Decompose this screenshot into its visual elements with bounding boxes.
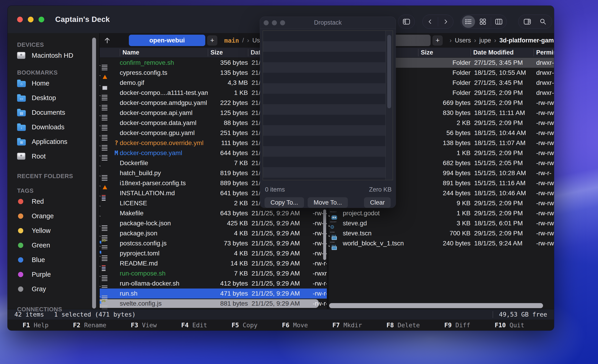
file-name: project.godot [343, 210, 418, 217]
file-row[interactable]: run.sh471 bytes21/1/25, 9:29 AM-rw-r- [100, 289, 327, 298]
function-key-f9[interactable]: F9 Diff [444, 322, 470, 329]
file-size: 881 bytes [208, 300, 248, 307]
function-key-f5[interactable]: F5 Copy [232, 322, 257, 329]
function-key-f2[interactable]: F2 Rename [73, 322, 106, 329]
file-row[interactable]: Makefile643 bytes21/1/25, 9:29 AM-rw-r- [100, 208, 327, 218]
sidebar-scrollbar[interactable] [92, 38, 96, 309]
function-key-number: F1 [23, 322, 30, 329]
right-breadcrumb[interactable]: ›Users›jupe›3d-platformer-game [449, 37, 554, 44]
breadcrumb-segment[interactable]: jupe [479, 37, 491, 44]
preview-panel-icon [523, 18, 531, 25]
drive-icon [17, 153, 25, 160]
sidebar-item-blue[interactable]: Blue [17, 252, 99, 267]
grid-view-button[interactable] [476, 16, 490, 28]
toolbar-group-utility [518, 15, 552, 29]
column-header-date-modified[interactable]: Date Modified [471, 49, 533, 56]
sidebar-item-label: Green [32, 241, 50, 249]
forward-button[interactable] [439, 16, 452, 28]
file-row[interactable]: JSpostcss.config.js73 bytes21/1/25, 9:29… [100, 238, 327, 248]
back-button[interactable] [424, 16, 437, 28]
sidebar-item-orange[interactable]: Orange [17, 209, 99, 223]
file-size: 3 KB [418, 220, 471, 227]
column-header-name[interactable]: Name [120, 49, 208, 56]
go-up-button[interactable] [102, 35, 112, 46]
file-row[interactable]: steve.tscn700 KB29/1/25, 2:09 PM-rw-rw [329, 228, 554, 238]
minimize-button[interactable] [28, 17, 33, 22]
file-row[interactable]: ⚙steve.gd3 KB18/1/25, 6:01 PM-rw-rw [329, 218, 554, 228]
file-row[interactable]: package-lock.json425 KB21/1/25, 9:29 AM-… [100, 218, 327, 228]
sidebar-item-red[interactable]: Red [17, 194, 99, 209]
file-size: 4,3 MB [208, 79, 248, 86]
function-key-f3[interactable]: F3 View [131, 322, 157, 329]
dropstack-total-size: Zero KB [369, 186, 392, 193]
file-permissions: drwxr- [533, 59, 554, 66]
left-new-tab-button[interactable]: + [207, 35, 217, 46]
function-key-f6[interactable]: F6 Move [282, 322, 308, 329]
file-date: 21/1/25, 9:29 AM [248, 210, 310, 217]
column-header-size[interactable]: Size [418, 49, 471, 56]
chevron-left-icon [427, 18, 433, 25]
sidebar-item-applications[interactable]: ⊞Applications [17, 134, 99, 149]
left-vertical-scrollbar[interactable] [323, 209, 326, 260]
breadcrumb-segment[interactable]: main [224, 37, 239, 44]
function-key-f4[interactable]: F4 Edit [181, 322, 207, 329]
function-key-f7[interactable]: F7 Mkdir [332, 322, 362, 329]
file-row[interactable]: project.godot1 KB29/1/25, 2:09 PM-rw-rw [329, 208, 554, 218]
columns-view-button[interactable] [492, 16, 505, 28]
sidebar-item-desktop[interactable]: ▭Desktop [17, 91, 99, 105]
function-key-label: Diff [452, 322, 470, 329]
search-button[interactable] [536, 16, 550, 28]
sidebar-item-macintosh-hd[interactable]: Macintosh HD [17, 48, 99, 63]
function-key-f1[interactable]: F1 Help [23, 322, 49, 329]
breadcrumb-segment[interactable]: Users [455, 37, 471, 44]
dropstack-list[interactable] [263, 31, 393, 180]
function-key-f8[interactable]: F8 Delete [386, 322, 420, 329]
sidebar-item-gray[interactable]: Gray [17, 282, 99, 296]
file-row[interactable]: world_block_v_1.tscn240 bytes18/1/25, 9:… [329, 238, 554, 248]
tag-dot-icon [18, 214, 23, 219]
file-name: INSTALLATION.md [120, 190, 208, 197]
dropstack-copy-to-button[interactable]: Copy To... [265, 197, 304, 208]
sidebar-item-purple[interactable]: Purple [17, 267, 99, 282]
column-header-permissions[interactable]: Permissions [533, 49, 554, 56]
dropstack-move-to-button[interactable]: Move To... [308, 197, 348, 208]
dropstack-clear-button[interactable]: Clear [364, 197, 391, 208]
sidebar-item-yellow[interactable]: Yellow [17, 223, 99, 238]
breadcrumb-segment[interactable]: 3d-platformer-game [499, 37, 554, 44]
file-row[interactable]: pyproject.toml4 KB21/1/25, 9:29 AM-rw-r- [100, 248, 327, 258]
breadcrumb-separator: › [474, 37, 476, 44]
function-key-f10[interactable]: F10 Quit [495, 322, 524, 329]
file-row[interactable]: JSsvelte.config.js881 bytes21/1/25, 9:29… [100, 298, 327, 309]
zoom-button[interactable] [39, 17, 44, 22]
file-size: 7 KB [208, 159, 248, 167]
sidebar-item-root[interactable]: Root [17, 149, 99, 164]
sidebar-toggle-button[interactable] [400, 16, 413, 28]
sidebar-item-documents[interactable]: ▤Documents [17, 105, 99, 120]
dropstack-items-count: 0 items [265, 186, 285, 193]
dropstack-scrollbar-thumb[interactable] [387, 35, 391, 108]
list-view-icon [465, 18, 472, 25]
right-horizontal-scrollbar[interactable] [329, 303, 543, 308]
file-permissions: -rw-rw [533, 139, 554, 147]
file-name: docker-compose.api.yaml [120, 109, 208, 116]
folder-icon: ↓ [17, 125, 26, 131]
column-header-size[interactable]: Size [208, 49, 248, 56]
file-name: postcss.config.js [120, 240, 208, 247]
sidebar-item-label: Root [32, 153, 46, 160]
right-new-tab-button[interactable]: + [432, 35, 443, 46]
file-row[interactable]: package.json4 KB21/1/25, 9:29 AM-rw-r- [100, 228, 327, 238]
tag-dot-icon [18, 257, 23, 263]
file-permissions: -rw-r- [310, 290, 327, 297]
left-pane-tab[interactable]: open-webui [129, 35, 205, 46]
file-row[interactable]: run-ollama-docker.sh412 bytes21/1/25, 9:… [100, 279, 327, 289]
close-button[interactable] [17, 17, 23, 22]
file-row[interactable]: README.md14 KB21/1/25, 9:29 AM-rw-r- [100, 258, 327, 268]
sidebar-item-label: Gray [32, 285, 46, 293]
sidebar-item-downloads[interactable]: ↓Downloads [17, 120, 99, 134]
sidebar-item-green[interactable]: Green [17, 238, 99, 252]
file-size: 14 KB [208, 260, 248, 267]
sidebar-item-home[interactable]: ⌂Home [17, 76, 99, 91]
file-row[interactable]: run-compose.sh7 KB21/1/25, 9:29 AM-rwxr- [100, 268, 327, 279]
preview-panel-button[interactable] [521, 16, 534, 28]
list-view-button[interactable] [462, 16, 475, 28]
